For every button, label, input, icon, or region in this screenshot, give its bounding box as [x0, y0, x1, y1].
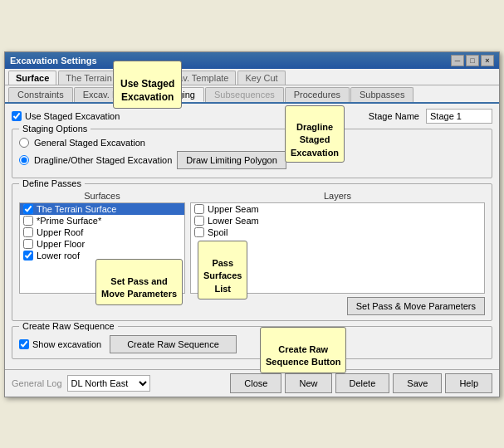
- list-item[interactable]: Spoil: [191, 226, 484, 238]
- list-item[interactable]: Upper Roof: [20, 226, 184, 238]
- minimize-button[interactable]: ─: [451, 55, 464, 66]
- surface-prime-checkbox[interactable]: [23, 216, 33, 226]
- show-excavation-label[interactable]: Show excavation: [19, 339, 101, 349]
- list-item[interactable]: Lower Seam: [191, 215, 484, 226]
- title-bar-buttons: ─ □ ×: [451, 55, 494, 66]
- create-raw-sequence-button[interactable]: Create Raw Sequence: [110, 335, 237, 353]
- create-raw-title: Create Raw Sequence: [19, 321, 118, 331]
- close-button[interactable]: Close: [230, 373, 281, 393]
- stage-name-input[interactable]: [426, 109, 492, 124]
- use-staged-row: Use Staged Excavation Stage Name: [12, 109, 492, 124]
- staging-options-group: Staging Options General Staged Excavatio…: [12, 129, 492, 178]
- general-log-label: General Log: [12, 378, 62, 388]
- set-pass-move-button[interactable]: Set Pass & Move Parameters: [347, 297, 485, 315]
- title-bar: Excavation Settings ─ □ ×: [5, 52, 499, 69]
- draw-limiting-button[interactable]: Draw Limiting Polygon: [177, 151, 286, 169]
- annotation-dragline-staged: Dragline Staged Excavation: [285, 105, 345, 163]
- annotation-set-pass: Set Pass and Move Parameters: [95, 259, 183, 305]
- dragline-staged-row: Dragline/Other Staged Excavation Draw Li…: [19, 151, 485, 169]
- layer-upper-seam-checkbox[interactable]: [194, 204, 204, 214]
- bottom-bar: General Log DL North East Close New Dele…: [5, 369, 499, 397]
- surface-terrain-checkbox[interactable]: [23, 204, 33, 214]
- list-item[interactable]: Upper Seam: [191, 203, 484, 215]
- bottom-buttons: Close New Delete Save Help: [230, 373, 492, 393]
- help-button[interactable]: Help: [445, 373, 492, 393]
- layer-spoil-checkbox[interactable]: [194, 227, 204, 237]
- general-log-select[interactable]: DL North East: [67, 375, 150, 392]
- layer-lower-seam-checkbox[interactable]: [194, 216, 204, 226]
- window-title: Excavation Settings: [10, 56, 97, 66]
- main-window: Excavation Settings ─ □ × Surface The Te…: [4, 51, 500, 397]
- define-passes-group: Define Passes Surfaces The Terrain Surfa…: [12, 183, 492, 321]
- annotation-pass-surfaces: Pass Surfaces List: [198, 241, 247, 300]
- annotation-create-raw: Create Raw Sequence Button: [260, 327, 346, 373]
- surfaces-label: Surfaces: [19, 191, 185, 201]
- create-raw-content: Show excavation Create Raw Sequence Crea…: [19, 335, 485, 353]
- define-passes-content: Surfaces The Terrain Surface *Prime Surf…: [19, 191, 485, 294]
- tab-subsequences: Subsequences: [205, 87, 284, 102]
- tab-key-cut[interactable]: Key Cut: [237, 71, 285, 85]
- list-item[interactable]: Upper Floor: [20, 238, 184, 250]
- save-button[interactable]: Save: [393, 373, 442, 393]
- general-staged-radio[interactable]: [19, 138, 29, 148]
- delete-button[interactable]: Delete: [335, 373, 390, 393]
- surface-upper-floor-checkbox[interactable]: [23, 239, 33, 249]
- use-staged-checkbox-label[interactable]: Use Staged Excavation: [12, 111, 120, 121]
- staging-options-title: Staging Options: [19, 124, 91, 134]
- tab-surface[interactable]: Surface: [8, 71, 56, 85]
- second-tab-row: Constraints Excav. Polygon Staging Subse…: [5, 85, 499, 104]
- surface-lower-roof-checkbox[interactable]: [23, 251, 33, 261]
- list-item[interactable]: *Prime Surface*: [20, 215, 184, 226]
- show-excavation-checkbox[interactable]: [19, 339, 29, 349]
- create-raw-section: Create Raw Sequence Show excavation Crea…: [12, 326, 492, 359]
- close-button[interactable]: ×: [481, 55, 494, 66]
- tab-procedures[interactable]: Procedures: [285, 87, 350, 102]
- surface-upper-roof-checkbox[interactable]: [23, 227, 33, 237]
- tab-constraints[interactable]: Constraints: [8, 87, 73, 102]
- layers-label: Layers: [190, 191, 485, 201]
- annotation-use-staged: Use Staged Excavation: [113, 61, 182, 110]
- bottom-left: General Log DL North East: [12, 375, 150, 392]
- passes-bottom: Set Pass & Move Parameters: [19, 297, 485, 315]
- maximize-button[interactable]: □: [466, 55, 479, 66]
- list-item[interactable]: The Terrain Surface: [20, 203, 184, 215]
- main-content: Use Staged Excavation Stage Name Staging…: [5, 104, 499, 369]
- staging-options-content: General Staged Excavation Dragline/Other…: [19, 138, 485, 169]
- general-staged-row: General Staged Excavation: [19, 138, 485, 148]
- dragline-staged-radio[interactable]: [19, 155, 29, 165]
- use-staged-checkbox[interactable]: [12, 111, 22, 121]
- define-passes-title: Define Passes: [19, 178, 85, 188]
- top-tab-row: Surface The Terrain Surface Excav. Templ…: [5, 69, 499, 85]
- tab-subpasses[interactable]: Subpasses: [350, 87, 413, 102]
